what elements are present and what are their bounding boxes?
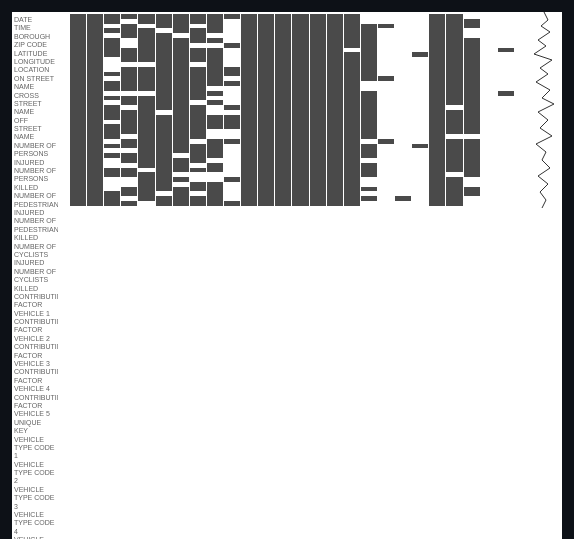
matrix-ylabels: DATE TIME BOROUGH ZIP CODE LATITUDE LONG… <box>12 12 58 539</box>
sparkline <box>526 12 562 208</box>
nullity-matrix <box>68 12 516 208</box>
matrix-figure: DATE TIME BOROUGH ZIP CODE LATITUDE LONG… <box>12 12 562 539</box>
